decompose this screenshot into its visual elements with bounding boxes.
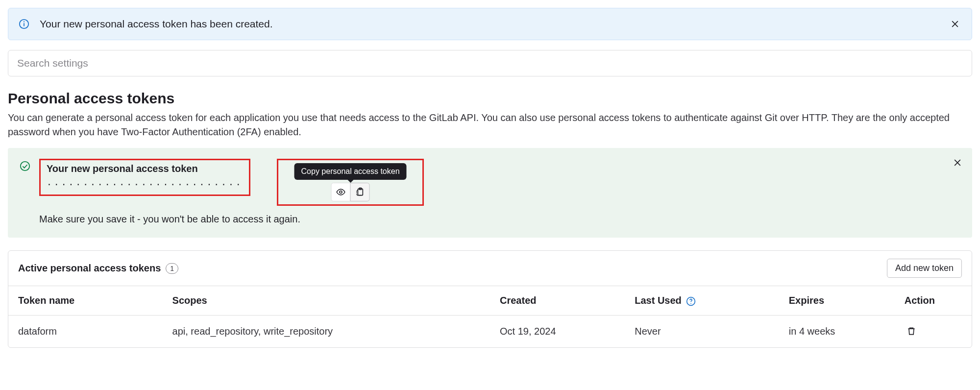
success-check-icon [20, 161, 30, 171]
tokens-header: Active personal access tokens 1 Add new … [8, 251, 972, 286]
info-icon [18, 18, 30, 30]
col-scopes: Scopes [163, 286, 490, 316]
page-title: Personal access tokens [8, 90, 972, 107]
cell-expires: in 4 weeks [779, 316, 895, 348]
svg-point-2 [24, 21, 24, 22]
info-banner-close-button[interactable] [948, 17, 962, 31]
copy-token-tooltip: Copy personal access token [294, 163, 407, 180]
token-controls-highlight-box: Copy personal access token [277, 159, 424, 206]
table-row: dataform api, read_repository, write_rep… [8, 316, 972, 348]
new-token-panel: Your new personal access token ·········… [8, 148, 972, 238]
page-description: You can generate a personal access token… [8, 111, 972, 139]
reveal-token-button[interactable] [331, 183, 351, 201]
col-last-used: Last Used [625, 286, 779, 316]
cell-last-used: Never [625, 316, 779, 348]
new-token-highlight-box: Your new personal access token ·········… [39, 159, 250, 196]
tokens-count-badge: 1 [166, 263, 178, 274]
clipboard-icon [355, 187, 365, 197]
svg-point-8 [340, 191, 342, 194]
col-action: Action [895, 286, 972, 316]
cell-token-name: dataform [8, 316, 163, 348]
close-icon [953, 158, 962, 168]
col-token-name: Token name [8, 286, 163, 316]
info-banner-message: Your new personal access token has been … [40, 18, 948, 30]
new-token-heading: Your new personal access token [47, 163, 243, 174]
info-banner: Your new personal access token has been … [8, 8, 972, 40]
col-created: Created [490, 286, 625, 316]
search-settings-input[interactable] [8, 50, 972, 76]
help-icon[interactable] [686, 296, 696, 306]
col-last-used-label: Last Used [635, 295, 682, 306]
cell-scopes: api, read_repository, write_repository [163, 316, 490, 348]
tokens-card: Active personal access tokens 1 Add new … [8, 250, 972, 348]
svg-point-7 [21, 162, 29, 171]
new-token-masked-value: ··························· [47, 179, 243, 190]
delete-token-button[interactable] [905, 324, 918, 338]
trash-icon [906, 326, 916, 336]
close-icon [950, 19, 960, 29]
add-new-token-button[interactable]: Add new token [887, 259, 962, 278]
cell-action [895, 316, 972, 348]
svg-point-12 [691, 303, 692, 304]
tokens-section-title: Active personal access tokens [18, 263, 161, 274]
copy-token-button[interactable] [350, 183, 370, 201]
new-token-close-button[interactable] [951, 156, 964, 170]
cell-created: Oct 19, 2024 [490, 316, 625, 348]
tokens-table: Token name Scopes Created Last Used Expi… [8, 286, 972, 347]
new-token-warning: Make sure you save it - you won't be abl… [39, 214, 960, 225]
eye-icon [336, 187, 346, 197]
col-expires: Expires [779, 286, 895, 316]
